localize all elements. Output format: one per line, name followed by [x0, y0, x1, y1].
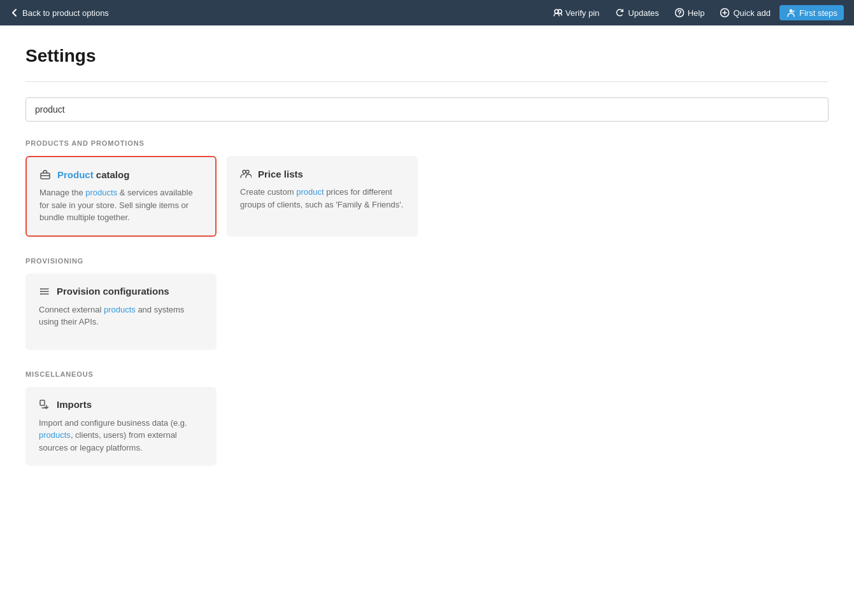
- card-header-product-catalog: Product catalog: [39, 169, 203, 180]
- back-link-label: Back to product options: [22, 8, 109, 18]
- page-title: Settings: [25, 46, 829, 66]
- card-title-price-lists: Price lists: [258, 169, 303, 179]
- section-header-miscellaneous: MISCELLANEOUS: [25, 370, 829, 378]
- quick-add-button[interactable]: Quick add: [713, 5, 777, 20]
- help-button[interactable]: Help: [668, 5, 711, 20]
- briefcase-icon: [39, 169, 51, 180]
- section-products-promotions: PRODUCTS AND PROMOTIONS Product catalog: [25, 139, 829, 237]
- card-title-product-catalog: Product catalog: [57, 169, 129, 180]
- card-title-provision-configurations: Provision configurations: [57, 286, 169, 297]
- quick-add-label: Quick add: [733, 8, 771, 18]
- help-label: Help: [688, 8, 705, 18]
- updates-label: Updates: [628, 8, 658, 18]
- topnav-left: Back to product options: [10, 8, 109, 18]
- card-header-price-lists: Price lists: [240, 168, 404, 179]
- svg-point-6: [790, 10, 793, 13]
- help-icon: [674, 8, 685, 18]
- section-miscellaneous: MISCELLANEOUS Imports Import and configu: [25, 370, 829, 466]
- section-header-provisioning: PROVISIONING: [25, 257, 829, 265]
- product-link-word-2: product: [296, 187, 324, 197]
- card-provision-configurations[interactable]: Provision configurations Connect externa…: [25, 274, 217, 350]
- card-desc-product-catalog: Manage the products & services available…: [39, 186, 203, 224]
- card-header-provision-configurations: Provision configurations: [39, 286, 203, 297]
- top-navigation: Back to product options Verify pin Updat…: [0, 0, 854, 25]
- cards-grid-provisioning: Provision configurations Connect externa…: [25, 274, 829, 350]
- verify-pin-label: Verify pin: [566, 8, 599, 18]
- search-input[interactable]: [25, 97, 829, 122]
- page-content: Settings PRODUCTS AND PROMOTIONS Prod: [0, 25, 854, 507]
- svg-point-12: [40, 293, 41, 295]
- verify-pin-icon: [552, 8, 562, 18]
- section-header-products-promotions: PRODUCTS AND PROMOTIONS: [25, 139, 829, 147]
- svg-point-10: [40, 288, 41, 290]
- back-arrow-icon: [10, 8, 19, 17]
- section-provisioning: PROVISIONING Provision configurations: [25, 257, 829, 350]
- card-header-imports: Imports: [39, 399, 203, 410]
- import-icon: [39, 399, 50, 410]
- products-link-word-3: products: [104, 305, 136, 314]
- product-link-word: Product: [57, 169, 94, 180]
- first-steps-icon: [786, 8, 796, 18]
- cards-grid-miscellaneous: Imports Import and configure business da…: [25, 387, 829, 466]
- topnav-right: Verify pin Updates Help Quick add: [546, 5, 844, 20]
- divider: [25, 81, 829, 82]
- users-icon: [240, 168, 252, 179]
- svg-point-11: [40, 291, 41, 292]
- products-link-word-1: products: [85, 188, 117, 197]
- svg-rect-13: [40, 400, 45, 405]
- quick-add-icon: [720, 8, 730, 18]
- card-desc-provision-configurations: Connect external products and systems us…: [39, 304, 203, 328]
- card-desc-price-lists: Create custom product prices for differe…: [240, 186, 404, 211]
- list-icon: [39, 286, 50, 297]
- first-steps-button[interactable]: First steps: [779, 5, 844, 20]
- updates-icon: [615, 8, 625, 18]
- svg-point-9: [246, 171, 249, 174]
- cards-grid-products-promotions: Product catalog Manage the products & se…: [25, 156, 829, 237]
- verify-pin-button[interactable]: Verify pin: [546, 5, 606, 20]
- updates-button[interactable]: Updates: [608, 5, 665, 20]
- card-product-catalog[interactable]: Product catalog Manage the products & se…: [25, 156, 217, 237]
- card-imports[interactable]: Imports Import and configure business da…: [25, 387, 217, 466]
- back-to-product-options-link[interactable]: Back to product options: [10, 8, 109, 18]
- card-title-imports: Imports: [57, 399, 92, 410]
- card-desc-imports: Import and configure business data (e.g.…: [39, 417, 203, 454]
- svg-point-4: [679, 15, 680, 16]
- first-steps-label: First steps: [799, 8, 837, 18]
- products-link-word-4: products: [39, 430, 71, 440]
- card-price-lists[interactable]: Price lists Create custom product prices…: [227, 156, 418, 237]
- svg-point-2: [623, 10, 623, 11]
